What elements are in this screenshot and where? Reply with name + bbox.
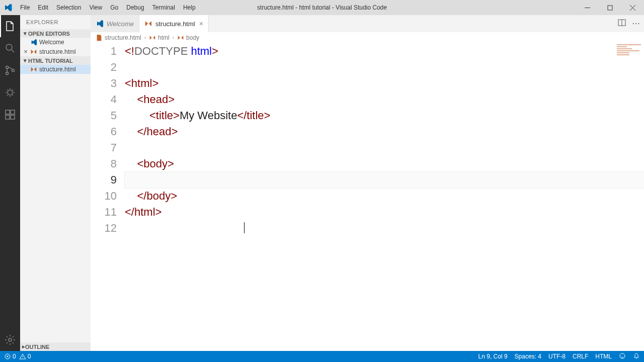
- menu-file[interactable]: File: [16, 0, 34, 15]
- menu-selection[interactable]: Selection: [52, 0, 85, 15]
- status-eol[interactable]: CRLF: [573, 353, 588, 360]
- breadcrumb-item[interactable]: body: [186, 34, 199, 41]
- code-content[interactable]: <!DOCTYPE html><html> <head> <title>My W…: [125, 43, 644, 351]
- tab-bar: Welcomestructure.html× ⋯: [91, 15, 644, 32]
- svg-rect-7: [11, 110, 15, 114]
- svg-point-13: [620, 353, 625, 358]
- sidebar: Explorer ▾Open Editors Welcome×structure…: [20, 15, 91, 351]
- editor-actions: ⋯: [614, 15, 644, 32]
- close-icon[interactable]: ×: [199, 20, 203, 28]
- vscode-logo-icon: [4, 4, 12, 12]
- notifications-icon[interactable]: [633, 352, 640, 361]
- chevron-right-icon: ›: [173, 35, 174, 40]
- editor-group: Welcomestructure.html× ⋯ structure.html …: [91, 15, 644, 351]
- breadcrumbs[interactable]: structure.html › html › body: [91, 32, 644, 43]
- text-cursor: [244, 222, 245, 233]
- svg-rect-9: [11, 115, 15, 119]
- menu-terminal[interactable]: Terminal: [148, 0, 179, 15]
- window-controls: [576, 0, 644, 15]
- menu-help[interactable]: Help: [179, 0, 200, 15]
- maximize-button[interactable]: [599, 0, 621, 15]
- status-language[interactable]: HTML: [595, 353, 612, 360]
- menu-go[interactable]: Go: [106, 0, 122, 15]
- menu-edit[interactable]: Edit: [34, 0, 52, 15]
- tab-welcome[interactable]: Welcome: [91, 15, 139, 32]
- activity-bar: [0, 15, 20, 351]
- close-button[interactable]: [621, 0, 644, 15]
- breadcrumb-item[interactable]: html: [158, 34, 170, 41]
- menu-debug[interactable]: Debug: [122, 0, 148, 15]
- minimize-button[interactable]: [576, 0, 599, 15]
- errors-icon[interactable]: 0: [4, 353, 16, 360]
- close-icon[interactable]: ×: [22, 48, 29, 55]
- svg-point-5: [8, 90, 13, 95]
- tab-structure-html[interactable]: structure.html×: [139, 15, 209, 32]
- more-icon[interactable]: ⋯: [632, 20, 640, 28]
- outline-header[interactable]: ▸Outline: [20, 342, 91, 351]
- sidebar-title: Explorer: [20, 15, 91, 29]
- activity-debug[interactable]: [0, 81, 20, 104]
- tag-icon: [177, 34, 184, 41]
- file-item[interactable]: structure.html: [20, 65, 91, 74]
- line-number-gutter: 123456789101112: [91, 43, 125, 351]
- feedback-icon[interactable]: [619, 352, 626, 361]
- breadcrumb-item[interactable]: structure.html: [105, 34, 141, 41]
- project-header[interactable]: ▾HTML Tutorial: [20, 56, 91, 65]
- status-indentation[interactable]: Spaces: 4: [515, 353, 541, 360]
- menu-bar: FileEditSelectionViewGoDebugTerminalHelp: [16, 0, 200, 15]
- activity-extensions[interactable]: [0, 104, 20, 126]
- open-editors-header[interactable]: ▾Open Editors: [20, 29, 91, 38]
- html-file-icon: [96, 34, 103, 41]
- svg-rect-6: [6, 110, 10, 114]
- status-encoding[interactable]: UTF-8: [548, 353, 566, 360]
- open-editor-item[interactable]: ×structure.html: [20, 47, 91, 56]
- svg-point-1: [6, 44, 12, 50]
- window-title: structure.html - html tutorial - Visual …: [257, 4, 387, 11]
- activity-settings[interactable]: [0, 329, 20, 351]
- svg-point-2: [6, 66, 9, 69]
- chevron-right-icon: ›: [144, 35, 146, 40]
- chevron-down-icon: ▾: [22, 30, 28, 37]
- status-cursor-position[interactable]: Ln 9, Col 9: [478, 353, 508, 360]
- tag-icon: [149, 34, 156, 41]
- warnings-icon[interactable]: 0: [19, 353, 31, 360]
- activity-search[interactable]: [0, 37, 20, 59]
- activity-explorer[interactable]: [0, 15, 20, 37]
- titlebar: FileEditSelectionViewGoDebugTerminalHelp…: [0, 0, 644, 15]
- svg-point-4: [12, 69, 15, 72]
- open-editor-item[interactable]: Welcome: [20, 38, 91, 47]
- svg-point-3: [6, 72, 9, 75]
- svg-rect-8: [6, 115, 10, 119]
- chevron-down-icon: ▾: [22, 57, 28, 64]
- menu-view[interactable]: View: [85, 0, 106, 15]
- split-editor-icon[interactable]: [618, 19, 626, 29]
- svg-point-10: [9, 338, 12, 341]
- minimap[interactable]: [614, 43, 644, 68]
- status-bar: 0 0 Ln 9, Col 9 Spaces: 4 UTF-8 CRLF HTM…: [0, 351, 644, 362]
- code-editor[interactable]: 123456789101112 <!DOCTYPE html><html> <h…: [91, 43, 644, 351]
- activity-scm[interactable]: [0, 59, 20, 81]
- svg-rect-0: [608, 6, 612, 10]
